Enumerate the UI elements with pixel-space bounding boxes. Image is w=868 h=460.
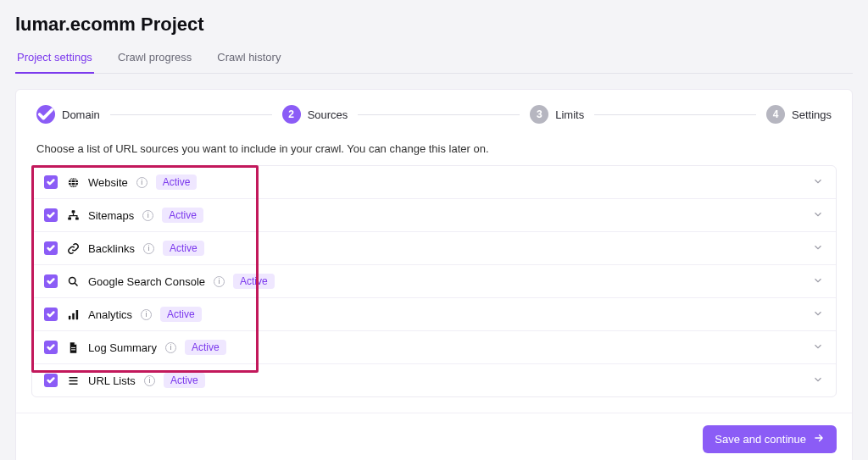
- arrow-right-icon: [813, 432, 825, 446]
- source-label: Backlinks: [88, 242, 135, 255]
- info-icon[interactable]: i: [136, 177, 147, 188]
- source-row-website[interactable]: Website i Active: [32, 166, 836, 198]
- chevron-down-icon: [812, 208, 824, 223]
- info-icon[interactable]: i: [144, 375, 155, 386]
- step-limits[interactable]: 3 Limits: [530, 105, 584, 124]
- source-label: Analytics: [88, 308, 132, 321]
- svg-point-5: [69, 277, 75, 284]
- sitemap-icon: [66, 208, 80, 222]
- chevron-down-icon: [812, 341, 824, 355]
- status-badge: Active: [160, 307, 202, 322]
- source-row-backlinks[interactable]: Backlinks i Active: [32, 231, 836, 264]
- stepper: Domain 2 Sources 3 Limits 4 Settings: [16, 90, 852, 139]
- svg-rect-7: [72, 313, 75, 319]
- step-number-icon: 3: [530, 105, 548, 124]
- source-label: Sitemaps: [88, 209, 134, 222]
- status-badge: Active: [233, 274, 275, 289]
- step-connector: [358, 114, 520, 115]
- tab-project-settings[interactable]: Project settings: [15, 42, 94, 74]
- save-continue-button[interactable]: Save and continue: [703, 425, 837, 453]
- chevron-down-icon: [812, 175, 824, 190]
- step-settings[interactable]: 4 Settings: [766, 105, 832, 124]
- step-connector: [594, 114, 756, 115]
- step-domain[interactable]: Domain: [36, 105, 100, 124]
- page-title: lumar.ecomm Project: [15, 14, 853, 36]
- svg-rect-3: [68, 217, 71, 219]
- source-row-logsummary[interactable]: Log Summary i Active: [32, 330, 836, 363]
- svg-rect-2: [71, 210, 75, 213]
- checkbox[interactable]: [44, 374, 58, 387]
- checkbox[interactable]: [44, 175, 58, 189]
- list-icon: [66, 374, 80, 387]
- info-icon[interactable]: i: [143, 243, 154, 254]
- status-badge: Active: [156, 175, 198, 190]
- chevron-down-icon: [812, 241, 824, 256]
- tab-crawl-history[interactable]: Crawl history: [215, 42, 282, 73]
- info-icon[interactable]: i: [141, 309, 152, 320]
- chevron-down-icon: [812, 308, 824, 322]
- source-row-gsc[interactable]: Google Search Console i Active: [32, 264, 836, 297]
- info-icon[interactable]: i: [165, 342, 176, 353]
- checkbox[interactable]: [44, 241, 58, 255]
- check-icon: [36, 105, 55, 124]
- info-icon[interactable]: i: [142, 210, 153, 221]
- source-label: Google Search Console: [88, 275, 205, 288]
- step-number-icon: 2: [282, 105, 301, 124]
- step-number-icon: 4: [766, 105, 785, 124]
- link-icon: [66, 241, 80, 255]
- info-icon[interactable]: i: [214, 276, 225, 287]
- svg-rect-4: [75, 217, 79, 219]
- sources-card: Domain 2 Sources 3 Limits 4 Settings Cho…: [15, 89, 853, 460]
- svg-rect-10: [71, 349, 75, 350]
- checkbox[interactable]: [44, 341, 58, 354]
- globe-icon: [66, 175, 80, 189]
- file-icon: [66, 341, 80, 354]
- step-label: Limits: [555, 108, 584, 121]
- source-label: Log Summary: [88, 341, 157, 354]
- step-label: Settings: [792, 108, 832, 121]
- chevron-down-icon: [812, 274, 824, 289]
- checkbox[interactable]: [44, 308, 58, 321]
- tab-crawl-progress[interactable]: Crawl progress: [116, 42, 193, 73]
- source-label: Website: [88, 176, 128, 189]
- source-row-analytics[interactable]: Analytics i Active: [32, 297, 836, 330]
- status-badge: Active: [163, 241, 204, 256]
- sources-list: Website i Active Sitemaps i Active: [31, 165, 837, 397]
- svg-rect-6: [68, 315, 70, 319]
- source-row-sitemaps[interactable]: Sitemaps i Active: [32, 198, 836, 231]
- chevron-down-icon: [812, 374, 824, 388]
- step-label: Domain: [62, 108, 100, 121]
- search-icon: [66, 274, 80, 288]
- checkbox[interactable]: [44, 208, 58, 222]
- intro-text: Choose a list of URL sources you want to…: [16, 139, 852, 165]
- svg-rect-9: [71, 346, 75, 347]
- tabs: Project settings Crawl progress Crawl hi…: [15, 42, 853, 74]
- svg-rect-8: [75, 309, 78, 319]
- step-label: Sources: [308, 108, 348, 121]
- analytics-icon: [66, 308, 80, 321]
- step-sources[interactable]: 2 Sources: [282, 105, 348, 124]
- status-badge: Active: [185, 340, 226, 355]
- source-label: URL Lists: [88, 374, 136, 387]
- source-row-urllists[interactable]: URL Lists i Active: [32, 363, 836, 396]
- step-connector: [110, 114, 272, 115]
- button-label: Save and continue: [715, 433, 806, 446]
- status-badge: Active: [162, 208, 203, 223]
- status-badge: Active: [164, 373, 205, 388]
- footer: Save and continue: [16, 413, 852, 460]
- checkbox[interactable]: [44, 274, 58, 288]
